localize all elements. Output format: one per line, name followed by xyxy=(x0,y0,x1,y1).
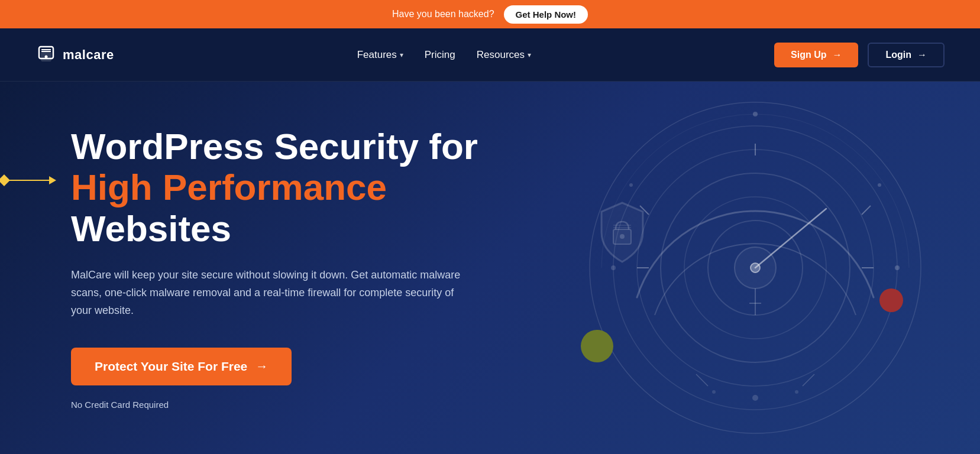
hero-content: WordPress Security for High Performance … xyxy=(71,126,544,410)
svg-point-22 xyxy=(629,183,633,187)
logo[interactable]: malcare xyxy=(35,44,114,66)
banner-text: Have you been hacked? xyxy=(392,9,494,20)
red-dot-decoration xyxy=(879,288,903,312)
shield-decoration xyxy=(596,200,649,267)
svg-point-21 xyxy=(878,183,881,187)
hero-arrow-decoration xyxy=(0,176,56,184)
svg-line-24 xyxy=(803,374,814,386)
hero-section: WordPress Security for High Performance … xyxy=(0,82,980,454)
signup-button[interactable]: Sign Up → xyxy=(774,43,858,67)
features-chevron-icon: ▾ xyxy=(400,51,403,59)
header-actions: Sign Up → Login → xyxy=(774,43,945,67)
nav-pricing[interactable]: Pricing xyxy=(425,49,455,61)
arrow-head-icon xyxy=(49,176,56,184)
svg-point-19 xyxy=(895,265,900,270)
main-nav: Features ▾ Pricing Resources ▾ xyxy=(357,49,531,61)
login-button[interactable]: Login → xyxy=(868,43,945,67)
svg-line-23 xyxy=(696,374,708,386)
header: malcare Features ▾ Pricing Resources ▾ S… xyxy=(0,28,980,82)
get-help-button[interactable]: Get Help Now! xyxy=(504,5,588,24)
olive-dot-decoration xyxy=(581,330,613,362)
svg-point-28 xyxy=(735,247,776,288)
svg-point-18 xyxy=(753,112,758,116)
logo-text: malcare xyxy=(63,47,114,63)
signup-arrow-icon: → xyxy=(832,50,842,60)
logo-icon xyxy=(35,44,57,66)
arrow-diamond-icon xyxy=(0,174,10,186)
protect-arrow-icon: → xyxy=(255,359,268,374)
svg-point-25 xyxy=(752,395,758,401)
no-credit-card-text: No Credit Card Required xyxy=(71,400,544,410)
arrow-line xyxy=(8,180,49,181)
nav-resources[interactable]: Resources ▾ xyxy=(477,49,531,61)
svg-point-32 xyxy=(620,234,625,239)
login-arrow-icon: → xyxy=(917,50,927,60)
hero-description: MalCare will keep your site secure witho… xyxy=(71,267,473,319)
svg-point-26 xyxy=(712,390,716,394)
nav-features[interactable]: Features ▾ xyxy=(357,49,403,61)
svg-point-27 xyxy=(795,390,798,394)
svg-line-15 xyxy=(862,206,871,215)
hero-title: WordPress Security for High Performance … xyxy=(71,126,544,249)
resources-chevron-icon: ▾ xyxy=(528,51,531,59)
speedometer-svg xyxy=(578,90,933,445)
top-banner: Have you been hacked? Get Help Now! xyxy=(0,0,980,28)
protect-site-button[interactable]: Protect Your Site For Free → xyxy=(71,348,292,385)
svg-point-2 xyxy=(45,55,48,58)
speedometer-illustration xyxy=(578,90,933,445)
